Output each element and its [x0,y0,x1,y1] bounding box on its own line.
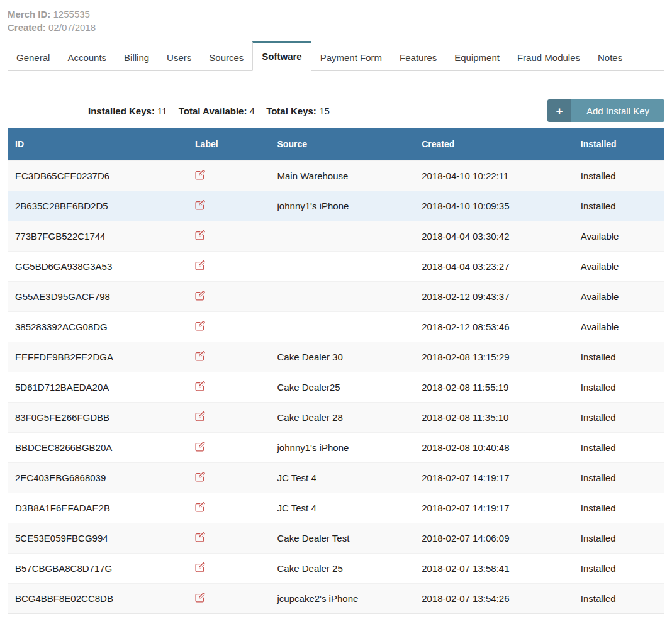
edit-label-icon[interactable] [195,562,206,572]
cell-created: 2018-02-07 14:19:17 [414,462,573,493]
table-row[interactable]: BCG4BBF8E02CC8DB jcupcake2's iPhone 2018… [8,583,664,613]
edit-label-icon[interactable] [195,350,206,361]
column-header-created: Created [414,128,573,160]
table-row[interactable]: 5CE53E059FBCG994 Cake Dealer Test 2018-0… [8,523,664,553]
add-install-key-button[interactable]: + Add Install Key [547,99,664,122]
table-row[interactable]: GG5BD6GA938G3A53 2018-04-04 03:23:27 Ava… [8,251,664,281]
stat-installed-keys: Installed Keys: 11 [88,106,170,116]
table-row[interactable]: BBDCEC8266BGB20A johnny1's iPhone 2018-0… [8,432,664,462]
cell-id: BBDCEC8266BGB20A [8,432,188,462]
edit-label-icon[interactable] [195,290,206,301]
cell-source: Cake Dealer Test [270,523,415,553]
column-header-source: Source [270,128,415,160]
stat-total-available-value: 4 [250,106,255,116]
edit-label-icon[interactable] [195,230,206,240]
cell-source [270,311,415,342]
table-row[interactable]: EEFFDE9BB2FE2DGA Cake Dealer 30 2018-02-… [8,342,664,372]
merch-id-label: Merch ID: [8,9,50,20]
cell-created: 2018-04-04 03:30:42 [414,221,573,251]
cell-label [188,402,269,432]
merch-created-value: 02/07/2018 [48,22,96,33]
cell-label [188,553,269,583]
table-row[interactable]: D3B8A1F6EFADAE2B JC Test 4 2018-02-07 14… [8,493,664,523]
merchant-info: Merch ID: 1255535 Created: 02/07/2018 [0,0,672,34]
tab-sources[interactable]: Sources [200,45,252,71]
edit-label-icon[interactable] [195,501,206,512]
tab-equipment[interactable]: Equipment [445,45,508,71]
stat-total-keys-label: Total Keys: [266,106,316,116]
tab-features[interactable]: Features [391,45,445,71]
cell-installed-status: Installed [573,402,664,432]
edit-label-icon[interactable] [195,471,206,482]
edit-label-icon[interactable] [195,169,206,180]
stat-total-keys: Total Keys: 15 [266,106,330,116]
cell-label [188,191,269,221]
table-row[interactable]: 5D61D712BAEDA20A Cake Dealer25 2018-02-0… [8,372,664,402]
cell-id: 5D61D712BAEDA20A [8,372,188,402]
table-header: ID Label Source Created Installed [8,128,664,160]
merch-created-label: Created: [8,22,46,33]
cell-label [188,523,269,553]
cell-label [188,251,269,281]
table-row[interactable]: B57CBGBA8C8D717G Cake Dealer 25 2018-02-… [8,553,664,583]
cell-created: 2018-02-08 13:15:29 [414,342,573,372]
tab-software[interactable]: Software [252,41,311,71]
column-header-id: ID [8,128,188,160]
cell-installed-status: Installed [573,160,664,191]
cell-installed-status: Installed [573,523,664,553]
cell-created: 2018-02-07 13:58:41 [414,553,573,583]
cell-installed-status: Installed [573,372,664,402]
table-row[interactable]: 773B7FGB522C1744 2018-04-04 03:30:42 Ava… [8,221,664,251]
cell-id: 385283392ACG08DG [8,311,188,342]
cell-id: EEFFDE9BB2FE2DGA [8,342,188,372]
edit-label-icon[interactable] [195,592,206,603]
edit-label-icon[interactable] [195,199,206,210]
cell-id: 773B7FGB522C1744 [8,221,188,251]
tab-users[interactable]: Users [158,45,200,71]
edit-label-icon[interactable] [195,260,206,270]
cell-created: 2018-04-10 10:09:35 [414,191,573,221]
tab-accounts[interactable]: Accounts [59,45,115,71]
tab-fraud-modules[interactable]: Fraud Modules [508,45,589,71]
edit-label-icon[interactable] [195,411,206,421]
edit-label-icon[interactable] [195,532,206,542]
cell-installed-status: Installed [573,432,664,462]
table-row[interactable]: 2B635C28BE6BD2D5 johnny1's iPhone 2018-0… [8,191,664,221]
tab-notes[interactable]: Notes [589,45,631,71]
table-row[interactable]: G55AE3D95GACF798 2018-02-12 09:43:37 Ava… [8,281,664,311]
table-row[interactable]: EC3DB65CEE0237D6 Main Warehouse 2018-04-… [8,160,664,191]
tab-billing[interactable]: Billing [115,45,158,71]
cell-created: 2018-04-04 03:23:27 [414,251,573,281]
edit-label-icon[interactable] [195,381,206,391]
cell-source: Cake Dealer25 [270,372,415,402]
table-row[interactable]: 2EC403EBG6868039 JC Test 4 2018-02-07 14… [8,462,664,493]
stat-total-available-label: Total Available: [179,106,247,116]
table-row[interactable]: 83F0G5FE266FGDBB Cake Dealer 28 2018-02-… [8,402,664,432]
cell-source: Cake Dealer 30 [270,342,415,372]
cell-id: EC3DB65CEE0237D6 [8,160,188,191]
table-row[interactable]: 385283392ACG08DG 2018-02-12 08:53:46 Ava… [8,311,664,342]
cell-source: johnny1's iPhone [270,432,415,462]
cell-id: B57CBGBA8C8D717G [8,553,188,583]
key-stats: Installed Keys: 11 Total Available: 4 To… [88,106,339,116]
cell-label [188,221,269,251]
cell-created: 2018-02-07 14:19:17 [414,493,573,523]
edit-label-icon[interactable] [195,320,206,331]
tab-payment-form[interactable]: Payment Form [311,45,391,71]
cell-label [188,493,269,523]
tab-general[interactable]: General [8,45,59,71]
cell-created: 2018-02-08 10:40:48 [414,432,573,462]
cell-label [188,372,269,402]
stat-total-keys-value: 15 [319,106,330,116]
cell-created: 2018-02-07 13:54:26 [414,583,573,613]
cell-id: GG5BD6GA938G3A53 [8,251,188,281]
cell-source: Cake Dealer 25 [270,553,415,583]
cell-id: 2B635C28BE6BD2D5 [8,191,188,221]
cell-created: 2018-04-10 10:22:11 [414,160,573,191]
cell-id: D3B8A1F6EFADAE2B [8,493,188,523]
stat-installed-keys-label: Installed Keys: [88,106,155,116]
cell-label [188,583,269,613]
edit-label-icon[interactable] [195,441,206,452]
cell-installed-status: Available [573,311,664,342]
cell-source: JC Test 4 [270,462,415,493]
